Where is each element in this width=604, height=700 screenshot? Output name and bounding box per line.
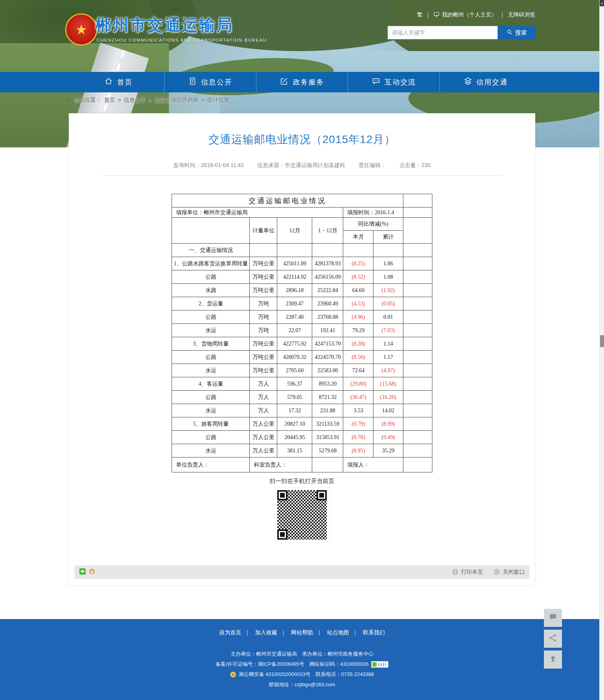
empty-cell	[403, 457, 432, 472]
indicator-cell: 公路	[172, 310, 250, 324]
unit-cell: 万吨公里	[250, 364, 277, 377]
ytd-cell: 4281378.93	[312, 257, 343, 270]
search-bar: 搜索	[388, 26, 535, 39]
mom-cell: (30.47)	[343, 391, 373, 404]
indicator-cell: 水运	[172, 444, 250, 457]
nav-item-interaction[interactable]: 互动交流	[348, 72, 440, 92]
email-line: 邮箱地址：czjtbgs@163.com	[0, 680, 604, 690]
contact-us-link[interactable]: 联系我们	[363, 629, 385, 636]
table-row: 3、货物周转量 万吨公里 422775.92 4247153.70 (8.28)…	[172, 337, 432, 351]
table-row: 4、客运量 万人 596.37 8953.20 (29.80) (15.68)	[172, 377, 432, 391]
empty-cell	[403, 364, 432, 377]
ytd-cell: 22583.00	[312, 364, 343, 377]
close-window-button[interactable]: 关闭窗口	[493, 568, 525, 577]
back-to-top-button[interactable]	[544, 650, 562, 669]
indicator-cell: 公路	[172, 351, 250, 364]
table-header-row: 计量单位 12月 1－12月 同比增减(%)	[172, 218, 432, 231]
table-row: 水运 万吨 22.07 192.41 79.29 (7.03)	[172, 324, 432, 337]
add-favorite-link[interactable]: 加入收藏	[255, 629, 277, 636]
cum-cell: (7.03)	[373, 324, 403, 337]
header-top-links: 繁 | 我的郴州（个人主页） | 无障碍浏览	[417, 11, 535, 19]
security-line: ★ 湘公网安备 43100202000023号 联系电话：0735-224338…	[0, 669, 604, 680]
print-label: 打印本页	[461, 569, 483, 576]
indicator-cell: 5、旅客周转量	[172, 417, 250, 431]
scrollbar-thumb[interactable]	[600, 335, 604, 347]
print-toolbar: 打印本页 关闭窗口	[75, 566, 529, 579]
ytd-cell: 23768.08	[312, 310, 343, 324]
breadcrumb-separator: >	[118, 97, 121, 103]
wechat-share-icon[interactable]	[79, 568, 86, 576]
indicator-cell: 公路	[172, 270, 250, 284]
breadcrumb-info[interactable]: 信息公开	[124, 97, 146, 104]
cnzz-stat-badge[interactable]	[371, 661, 388, 668]
cum-cell: (4.97)	[373, 364, 403, 377]
set-homepage-link[interactable]: 设为首页	[219, 629, 241, 636]
cum-cell: 14.02	[373, 404, 403, 417]
indicator-cell: 水路	[172, 284, 250, 297]
month-cell: 579.05	[277, 391, 312, 404]
ytd-cell: 315853.91	[312, 431, 343, 444]
cum-cell: (0.05)	[373, 297, 403, 310]
nav-item-home[interactable]: 首页	[73, 72, 165, 92]
ytd-cell: 25222.84	[312, 284, 343, 297]
accessibility-link[interactable]: 无障碍浏览	[508, 11, 535, 18]
chat-service-button[interactable]	[544, 609, 562, 627]
month-cell: 17.32	[277, 404, 312, 417]
empty-cell	[403, 377, 432, 391]
yoy-header: 同比增减(%)	[343, 218, 403, 231]
my-city-link[interactable]: 我的郴州（个人主页）	[433, 11, 497, 19]
unit-cell: 万人	[250, 404, 277, 417]
empty-cell	[403, 297, 432, 310]
month-cell: 425011.09	[277, 257, 312, 270]
scrollbar[interactable]: ▲	[599, 0, 604, 700]
nav-item-info-disclosure[interactable]: 信息公开	[165, 72, 256, 92]
breadcrumb-statistics[interactable]: 统计信息	[207, 97, 229, 104]
ytd-cell: 192.41	[312, 324, 343, 337]
table-row: 公路 万人 579.05 8721.32 (30.47) (16.26)	[172, 391, 432, 404]
mom-cell: (0.95)	[343, 444, 373, 457]
separator: |	[318, 629, 320, 636]
unit-header: 计量单位	[250, 218, 277, 244]
qr-tip-text: 扫一扫在手机打开当前页	[69, 478, 535, 485]
unit-leader-cell: 单位负责人：	[172, 457, 250, 472]
article-meta: 发布时间：2016-01-04 11:42 信息来源：市交通运输局计划基建科 责…	[102, 162, 502, 169]
breadcrumb-statutory[interactable]: 法定主动公开内容	[154, 97, 198, 104]
section-row: 一、交通运输情况	[172, 244, 432, 257]
unit-cell: 万吨公里	[250, 337, 277, 351]
search-input[interactable]	[388, 26, 498, 39]
arrow-up-icon	[548, 654, 558, 665]
nav-item-gov-services[interactable]: 政务服务	[256, 72, 348, 92]
breadcrumb-label: 当前位置：	[74, 97, 101, 104]
mom-cell: (8.52)	[343, 270, 373, 284]
sitemap-link[interactable]: 站点地图	[327, 629, 349, 636]
fill-unit: 填报单位：郴州市交通运输局	[172, 208, 343, 218]
mom-cell: (29.80)	[343, 377, 373, 391]
chat-icon	[372, 77, 381, 88]
search-button-label: 搜索	[515, 29, 527, 37]
weibo-share-icon[interactable]	[89, 568, 95, 576]
search-button[interactable]: 搜索	[498, 26, 535, 39]
nav-item-credit-transport[interactable]: 信用交通	[440, 72, 531, 92]
ytd-cell: 231.88	[312, 404, 343, 417]
organizer-line: 主办单位：郴州市交通运输局 承办单位：郴州市政务服务中心	[0, 649, 604, 659]
empty-cell	[403, 417, 432, 431]
indicator-cell: 4、客运量	[172, 377, 250, 391]
print-page-button[interactable]: 打印本页	[452, 568, 483, 577]
empty-cell	[403, 337, 432, 351]
cum-cell: (1.92)	[373, 284, 403, 297]
breadcrumb-home[interactable]: 首页	[104, 97, 115, 104]
cum-cell: 0.01	[373, 310, 403, 324]
empty-cell	[403, 218, 432, 244]
site-help-link[interactable]: 网站帮助	[291, 629, 313, 636]
share-button[interactable]	[544, 630, 562, 648]
month-cell: 381.15	[277, 444, 312, 457]
mom-cell: 79.29	[343, 324, 373, 337]
ytd-cell: 4247153.70	[312, 337, 343, 351]
footer-links: 设为首页| 加入收藏| 网站帮助| 站点地图| 联系我们	[0, 619, 604, 636]
site-title: 郴州市交通运输局	[95, 14, 234, 36]
edit-icon	[280, 77, 289, 88]
traditional-chinese-link[interactable]: 繁	[417, 11, 423, 18]
scrollbar-up-arrow[interactable]: ▲	[600, 0, 604, 6]
table-row: 水运 万人 17.32 231.88 3.53 14.02	[172, 404, 432, 417]
cum-cell: (8.99)	[373, 417, 403, 431]
